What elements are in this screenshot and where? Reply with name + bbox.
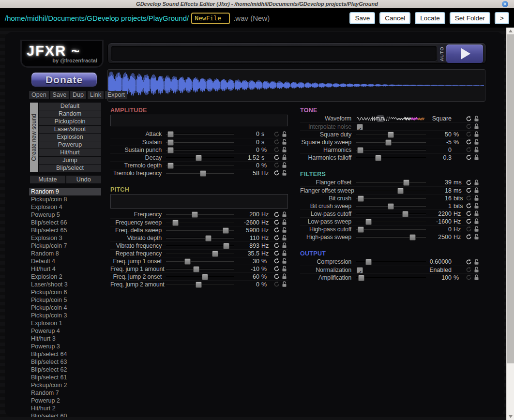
filename-input[interactable]: [191, 13, 230, 24]
lock-icon[interactable]: [472, 195, 480, 202]
cancel-button[interactable]: Cancel: [379, 12, 410, 24]
preset-blip-select-button[interactable]: Blip/select: [39, 165, 101, 172]
lock-icon[interactable]: [472, 226, 480, 233]
freq-jump-1-onset-slider[interactable]: [184, 258, 191, 265]
preset-hit-hurt-button[interactable]: Hit/hurt: [39, 149, 101, 156]
harmonics-falloff-slider[interactable]: [375, 155, 381, 161]
sound-item-hit-hurt-4[interactable]: Hit/hurt 4: [29, 265, 101, 273]
sound-item-pickup-coin-6[interactable]: Pickup/coin 6: [29, 288, 101, 296]
sound-item-pickup-coin-4[interactable]: Pickup/coin 4: [29, 304, 101, 312]
reset-icon[interactable]: [272, 250, 280, 257]
page-scrollbar[interactable]: [506, 28, 514, 420]
lock-icon[interactable]: [472, 234, 480, 240]
freq-jump-1-onset-slider-track[interactable]: [166, 261, 234, 262]
harmonics-slider-track[interactable]: [356, 150, 426, 150]
sound-item-random-8[interactable]: Random 8: [29, 250, 101, 257]
vibrato-frequency-slider[interactable]: [223, 243, 229, 249]
lock-icon[interactable]: [280, 211, 288, 218]
reset-icon[interactable]: [272, 266, 280, 272]
reset-icon[interactable]: [465, 131, 472, 138]
reset-icon[interactable]: [272, 219, 280, 226]
lock-icon[interactable]: [472, 154, 480, 161]
waveform-sine-icon[interactable]: [357, 115, 363, 122]
high-pass-cutoff-slider-track[interactable]: [356, 229, 426, 230]
low-pass-sweep-slider[interactable]: [365, 219, 372, 225]
save-action-button[interactable]: Save: [50, 91, 69, 99]
save-button[interactable]: Save: [349, 12, 375, 24]
waveform-breaker-icon[interactable]: [397, 115, 404, 122]
vibrato-depth-slider-track[interactable]: [166, 238, 234, 239]
export-action-button[interactable]: Export: [105, 91, 127, 99]
lock-icon[interactable]: [472, 187, 480, 194]
reset-icon[interactable]: [272, 235, 280, 241]
link-action-button[interactable]: Link: [88, 91, 104, 99]
reset-icon[interactable]: [465, 210, 472, 217]
reset-icon[interactable]: [272, 147, 280, 153]
sound-item-pickup-coin-2[interactable]: Pickup/coin 2: [29, 381, 101, 389]
sound-item-powerup-4[interactable]: Powerup 4: [29, 327, 101, 335]
dup-action-button[interactable]: Dup: [70, 91, 86, 99]
preset-explosion-button[interactable]: Explosion: [39, 134, 101, 141]
flanger-offset-sweep-slider[interactable]: [397, 188, 404, 194]
attack-slider[interactable]: [167, 131, 174, 137]
frequency-slider-track[interactable]: [166, 214, 234, 215]
lock-icon[interactable]: [280, 131, 288, 137]
sound-item-powerup-2[interactable]: Powerup 2: [29, 397, 101, 405]
undo-button[interactable]: Undo: [66, 176, 102, 183]
lock-icon[interactable]: [280, 273, 288, 280]
freq-jump-2-amount-slider[interactable]: [196, 282, 202, 288]
preset-laser-shoot-button[interactable]: Laser/shoot: [39, 126, 101, 133]
reset-icon[interactable]: [465, 234, 472, 240]
scrollbar-thumb[interactable]: [507, 34, 514, 363]
reset-icon[interactable]: [272, 242, 280, 249]
waveform-whistle-icon[interactable]: [391, 115, 397, 122]
lock-icon[interactable]: [472, 123, 480, 130]
freq-jump-1-amount-slider-track[interactable]: [166, 269, 234, 270]
repeat-frequency-slider[interactable]: [212, 251, 218, 257]
sound-item-explosion-4[interactable]: Explosion 4: [29, 203, 101, 211]
sound-item-blip-select-66[interactable]: Blip/select 66: [29, 219, 101, 226]
amplification-slider[interactable]: [358, 275, 364, 281]
vibrato-depth-slider[interactable]: [205, 235, 212, 241]
sustain-slider[interactable]: [167, 139, 174, 146]
reset-icon[interactable]: [272, 273, 280, 280]
reset-icon[interactable]: [465, 203, 472, 210]
bit-crush-slider-track[interactable]: [356, 198, 426, 199]
set-folder-button[interactable]: Set Folder: [450, 12, 490, 24]
reset-icon[interactable]: [465, 123, 472, 130]
sound-item-powerup-5[interactable]: Powerup 5: [29, 211, 101, 219]
lock-icon[interactable]: [472, 115, 480, 122]
harmonics-falloff-slider-track[interactable]: [356, 157, 426, 158]
waveform-brown-noise-icon[interactable]: [418, 115, 424, 122]
lock-icon[interactable]: [280, 242, 288, 249]
tremolo-depth-slider[interactable]: [167, 163, 174, 169]
waveform-tangent-icon[interactable]: [384, 115, 391, 122]
preset-random-button[interactable]: Random: [39, 110, 101, 118]
sound-item-pickup-coin-5[interactable]: Pickup/coin 5: [29, 296, 101, 304]
lock-icon[interactable]: [472, 258, 480, 265]
sound-item-blip-select-61[interactable]: Blip/select 61: [29, 374, 101, 381]
playback-progress-bar[interactable]: [111, 46, 437, 61]
lock-icon[interactable]: [280, 281, 288, 288]
waveform-triangle-icon[interactable]: [363, 115, 370, 122]
reset-icon[interactable]: [272, 170, 280, 177]
reset-icon[interactable]: [465, 258, 472, 265]
scroll-down-icon[interactable]: [507, 413, 514, 420]
lock-icon[interactable]: [472, 210, 480, 217]
scroll-up-icon[interactable]: [507, 28, 514, 34]
reset-icon[interactable]: [465, 147, 472, 153]
waveform-pink-noise-icon[interactable]: [411, 115, 418, 122]
reset-icon[interactable]: [272, 154, 280, 161]
freq-delta-sweep-slider[interactable]: [223, 227, 229, 234]
amplification-slider-track[interactable]: [356, 277, 426, 278]
sound-item-blip-select-64[interactable]: Blip/select 64: [29, 350, 101, 358]
lock-icon[interactable]: [472, 131, 480, 138]
freq-jump-1-amount-slider[interactable]: [193, 266, 199, 272]
reset-icon[interactable]: [465, 274, 472, 281]
play-button[interactable]: [446, 44, 484, 63]
reset-icon[interactable]: [465, 179, 472, 186]
harmonics-slider[interactable]: [357, 147, 363, 153]
sound-item-laser-shoot-3[interactable]: Laser/shoot 3: [29, 281, 101, 288]
frequency-sweep-slider[interactable]: [172, 220, 179, 226]
attack-slider-track[interactable]: [166, 134, 234, 135]
